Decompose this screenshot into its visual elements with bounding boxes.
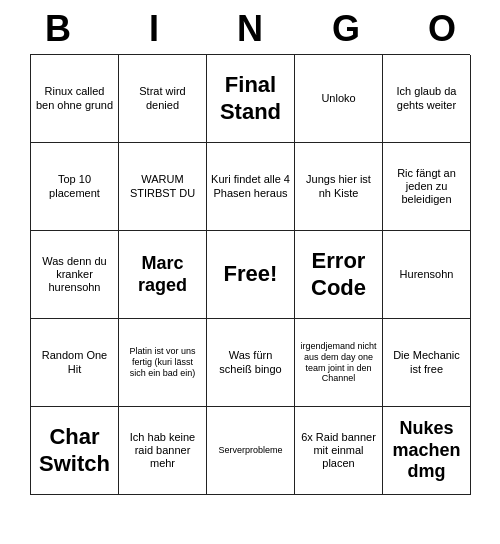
bingo-cell-22: Serverprobleme [207,407,295,495]
bingo-header: B I N G O [10,0,490,54]
bingo-cell-17: Was fürn scheiß bingo [207,319,295,407]
header-n: N [206,8,294,50]
bingo-cell-10: Was denn du kranker hurensohn [31,231,119,319]
bingo-cell-6: WARUM STIRBST DU [119,143,207,231]
bingo-cell-11: Marc raged [119,231,207,319]
bingo-cell-24: Nukes machen dmg [383,407,471,495]
bingo-cell-5: Top 10 placement [31,143,119,231]
bingo-cell-2: Final Stand [207,55,295,143]
bingo-cell-15: Random One Hit [31,319,119,407]
bingo-cell-0: Rinux called ben ohne grund [31,55,119,143]
bingo-cell-19: Die Mechanic ist free [383,319,471,407]
bingo-cell-3: Unloko [295,55,383,143]
bingo-cell-1: Strat wird denied [119,55,207,143]
bingo-cell-18: irgendjemand nicht aus dem day one team … [295,319,383,407]
header-o: O [398,8,486,50]
header-b: B [14,8,102,50]
bingo-cell-7: Kuri findet alle 4 Phasen heraus [207,143,295,231]
bingo-cell-21: Ich hab keine raid banner mehr [119,407,207,495]
bingo-cell-14: Hurensohn [383,231,471,319]
bingo-grid: Rinux called ben ohne grundStrat wird de… [30,54,470,495]
bingo-cell-13: Error Code [295,231,383,319]
bingo-cell-20: Char Switch [31,407,119,495]
bingo-cell-16: Platin ist vor uns fertig (kuri lässt si… [119,319,207,407]
bingo-cell-8: Jungs hier ist nh Kiste [295,143,383,231]
bingo-cell-4: Ich glaub da gehts weiter [383,55,471,143]
bingo-cell-12: Free! [207,231,295,319]
header-g: G [302,8,390,50]
bingo-cell-23: 6x Raid banner mit einmal placen [295,407,383,495]
bingo-cell-9: Ric fängt an jeden zu beleidigen [383,143,471,231]
header-i: I [110,8,198,50]
